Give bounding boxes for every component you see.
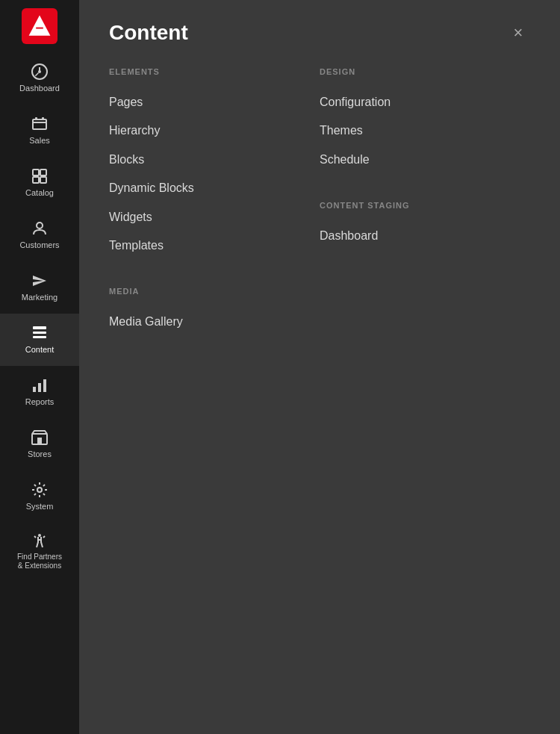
- sidebar-item-partners[interactable]: Find Partners & Extensions: [0, 523, 79, 579]
- svg-rect-5: [35, 117, 37, 120]
- svg-point-22: [38, 534, 41, 537]
- svg-marker-0: [29, 16, 51, 36]
- sidebar-item-customers[interactable]: Customers: [0, 209, 79, 261]
- svg-point-3: [38, 70, 41, 73]
- sales-icon: [31, 115, 49, 133]
- sidebar-item-label: Sales: [29, 136, 50, 146]
- menu-link-hierarchy[interactable]: Hierarchy: [109, 116, 320, 145]
- svg-rect-15: [33, 336, 46, 338]
- right-column: DESIGN Configuration Themes Schedule CON…: [320, 67, 530, 364]
- menu-link-widgets[interactable]: Widgets: [109, 203, 320, 231]
- adobe-logo: [22, 8, 57, 44]
- sidebar-item-reports[interactable]: Reports: [0, 366, 79, 418]
- page-title: Content: [109, 21, 188, 45]
- dashboard-icon: [31, 63, 49, 81]
- adobe-icon: [28, 14, 52, 38]
- sidebar-item-marketing[interactable]: Marketing: [0, 261, 79, 314]
- svg-rect-20: [37, 438, 42, 444]
- sidebar-item-sales[interactable]: Sales: [0, 105, 79, 157]
- close-button[interactable]: ×: [506, 21, 530, 45]
- svg-rect-6: [42, 117, 44, 120]
- menu-link-schedule[interactable]: Schedule: [320, 146, 530, 174]
- svg-rect-16: [33, 387, 36, 392]
- system-icon: [31, 481, 49, 499]
- sidebar-item-label: Find Partners & Extensions: [17, 553, 62, 570]
- sidebar-item-label: Stores: [28, 450, 52, 459]
- media-heading: MEDIA: [109, 287, 320, 296]
- design-section: DESIGN Configuration Themes Schedule: [320, 67, 530, 174]
- menu-link-media-gallery[interactable]: Media Gallery: [109, 308, 320, 336]
- menu-link-pages[interactable]: Pages: [109, 88, 320, 116]
- marketing-icon: [31, 272, 49, 290]
- menu-link-blocks[interactable]: Blocks: [109, 146, 320, 174]
- elements-section: ELEMENTS Pages Hierarchy Blocks Dynamic …: [109, 67, 320, 260]
- sidebar-item-content[interactable]: Content: [0, 314, 79, 366]
- design-heading: DESIGN: [320, 67, 530, 76]
- sidebar-item-label: Content: [25, 345, 55, 355]
- stores-icon: [31, 429, 49, 447]
- sidebar-item-label: Catalog: [25, 188, 54, 198]
- catalog-icon: [31, 167, 49, 185]
- sidebar-item-stores[interactable]: Stores: [0, 418, 79, 470]
- media-section: MEDIA Media Gallery: [109, 287, 320, 336]
- menu-link-dynamic-blocks[interactable]: Dynamic Blocks: [109, 174, 320, 202]
- menu-grid: ELEMENTS Pages Hierarchy Blocks Dynamic …: [79, 60, 560, 394]
- content-header: Content ×: [79, 0, 560, 60]
- sidebar-item-label: Customers: [19, 240, 59, 250]
- sidebar-item-label: Dashboard: [19, 84, 60, 93]
- content-staging-section: CONTENT STAGING Dashboard: [320, 201, 530, 250]
- svg-point-11: [37, 223, 43, 228]
- svg-marker-12: [33, 276, 46, 286]
- elements-heading: ELEMENTS: [109, 67, 320, 76]
- customers-icon: [31, 220, 49, 237]
- svg-rect-7: [33, 169, 39, 175]
- svg-rect-9: [33, 177, 39, 183]
- partners-icon: [31, 532, 49, 550]
- svg-rect-4: [33, 119, 46, 129]
- main-content-panel: Content × ELEMENTS Pages Hierarchy Block…: [79, 0, 560, 734]
- logo-container: [0, 0, 79, 52]
- svg-rect-13: [33, 326, 46, 329]
- sidebar-item-label: Reports: [25, 397, 55, 407]
- svg-rect-8: [40, 169, 46, 175]
- svg-rect-1: [36, 28, 43, 29]
- menu-link-configuration[interactable]: Configuration: [320, 88, 530, 116]
- menu-link-themes[interactable]: Themes: [320, 116, 530, 145]
- sidebar-item-dashboard[interactable]: Dashboard: [0, 52, 79, 105]
- reports-icon: [31, 376, 49, 394]
- content-staging-heading: CONTENT STAGING: [320, 201, 530, 210]
- svg-rect-14: [33, 332, 46, 334]
- content-icon: [31, 324, 49, 342]
- svg-rect-17: [38, 383, 41, 392]
- menu-link-staging-dashboard[interactable]: Dashboard: [320, 222, 530, 250]
- sidebar-item-catalog[interactable]: Catalog: [0, 157, 79, 209]
- svg-point-21: [37, 488, 42, 492]
- svg-rect-10: [40, 177, 46, 183]
- sidebar-item-label: System: [26, 502, 54, 511]
- left-column: ELEMENTS Pages Hierarchy Blocks Dynamic …: [109, 67, 320, 364]
- sidebar-item-system[interactable]: System: [0, 470, 79, 523]
- sidebar: Dashboard Sales Catalog Customers Market…: [0, 0, 79, 734]
- menu-link-templates[interactable]: Templates: [109, 231, 320, 260]
- svg-rect-18: [43, 379, 46, 392]
- sidebar-item-label: Marketing: [22, 293, 57, 302]
